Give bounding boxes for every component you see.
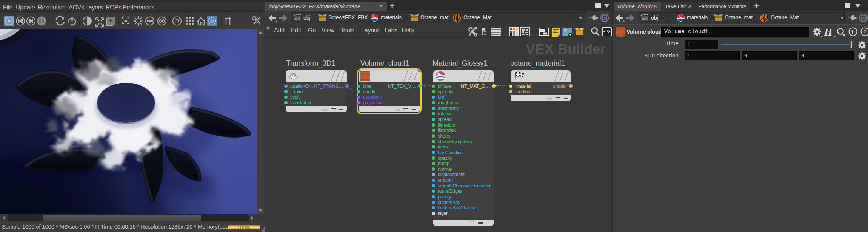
svg-text:?: ? (863, 29, 867, 35)
svg-text:H: H (824, 26, 833, 38)
svg-text:i: i (852, 29, 853, 35)
